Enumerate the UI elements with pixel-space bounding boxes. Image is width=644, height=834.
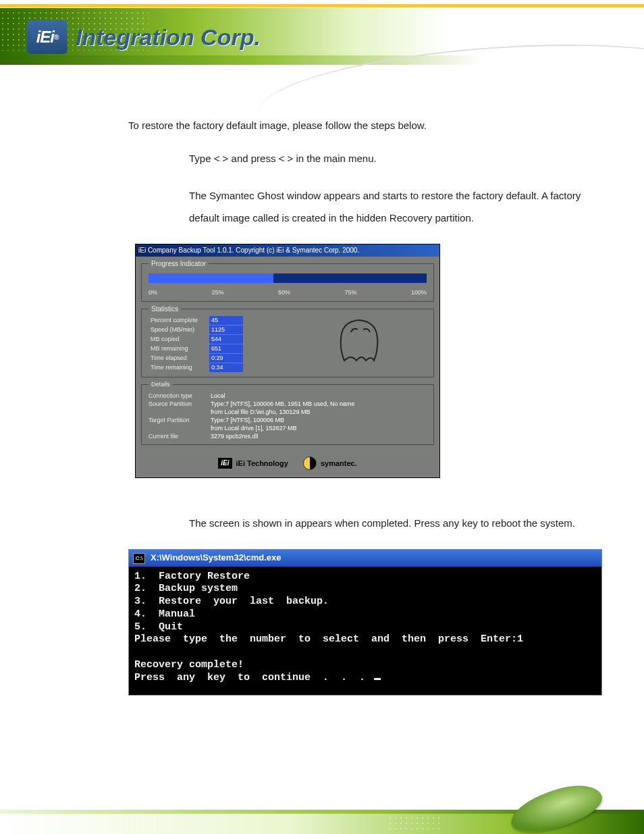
stat-value: 0:34: [209, 363, 243, 372]
tick: 0%: [149, 288, 157, 297]
logo-text: Integration Corp.: [76, 24, 261, 51]
details-panel: Details Connection typeLocal Source Part…: [141, 384, 434, 446]
tick: 75%: [344, 288, 356, 297]
progress-panel: Progress Indicator 0% 25% 50% 75% 100%: [141, 263, 434, 302]
stats-label: Statistics: [149, 305, 181, 314]
detail-label: Current file: [149, 432, 205, 440]
stat-value: 1125: [209, 325, 243, 334]
iei-mark-icon: iEi: [218, 458, 232, 469]
detail-value: Type:7 [NTFS], 100006 MB: [211, 416, 284, 424]
stat-value: 651: [209, 344, 243, 353]
detail-value: Type:7 [NTFS], 100006 MB, 1951 MB used, …: [211, 400, 355, 408]
tick: 25%: [211, 288, 223, 297]
ghost-window: iEi Company Backup Tool 1.0.1. Copyright…: [135, 244, 440, 478]
ghost-icon: [332, 313, 386, 367]
detail-value: from Local drive [1], 152627 MB: [211, 424, 297, 432]
logo-badge: iEi®: [27, 20, 68, 54]
progress-ticks: 0% 25% 50% 75% 100%: [149, 288, 427, 297]
step-2: The Symantec Ghost window appears and st…: [189, 184, 601, 229]
symantec-brand: symantec.: [303, 457, 357, 470]
logo-mark: iEi: [36, 28, 54, 47]
ghost-footer: iEi iEi Technology symantec.: [141, 452, 434, 473]
symantec-icon: [303, 457, 317, 470]
progress-fill: [149, 273, 273, 283]
stat-label: Time elapsed: [149, 354, 209, 363]
stat-label: Time remaining: [149, 363, 209, 372]
detail-label: [149, 424, 205, 432]
cmd-titlebar: C:\ X:\Windows\System32\cmd.exe: [129, 550, 601, 566]
tick: 50%: [278, 288, 290, 297]
detail-value: from Local file D:\iei.gho, 130129 MB: [211, 408, 311, 416]
stat-label: MB copied: [149, 335, 209, 344]
stat-label: Percent complete: [149, 316, 209, 325]
detail-label: Connection type: [149, 392, 205, 400]
stat-value: 0:29: [209, 354, 243, 363]
stat-label: MB remaining: [149, 344, 209, 353]
footer-dots: [387, 815, 441, 833]
header-accent: [0, 4, 644, 7]
progress-bar: [149, 273, 427, 283]
details-label: Details: [149, 380, 173, 389]
stat-value: 45: [209, 316, 243, 325]
footer-dots: [0, 815, 176, 833]
intro-text: To restore the factory default image, pl…: [128, 118, 601, 132]
cmd-text: 1. Factory Restore 2. Backup system 3. R…: [134, 571, 523, 683]
stat-label: Speed (MB/min): [149, 325, 209, 334]
cmd-icon: C:\: [133, 553, 145, 564]
cmd-window: C:\ X:\Windows\System32\cmd.exe 1. Facto…: [128, 549, 602, 696]
iei-brand-text: iEi Technology: [236, 459, 288, 469]
brand-logo: iEi® Integration Corp.: [27, 20, 261, 54]
detail-label: Target Partition: [149, 416, 205, 424]
document-body: To restore the factory default image, pl…: [128, 118, 601, 696]
step-3: The screen is shown in appears when comp…: [189, 512, 601, 534]
iei-brand: iEi iEi Technology: [218, 458, 288, 469]
detail-value: Local: [211, 392, 225, 400]
cmd-output: 1. Factory Restore 2. Backup system 3. R…: [129, 567, 601, 696]
stat-value: 544: [209, 335, 243, 344]
cmd-title-text: X:\Windows\System32\cmd.exe: [151, 552, 281, 564]
symantec-text: symantec.: [321, 459, 357, 469]
stats-panel: Statistics Percent complete Speed (MB/mi…: [141, 309, 434, 377]
cursor-icon: [374, 678, 381, 680]
page-header: iEi® Integration Corp.: [0, 0, 644, 95]
detail-label: [149, 408, 205, 416]
progress-label: Progress Indicator: [149, 259, 209, 269]
registered-mark: ®: [54, 34, 58, 41]
ghost-titlebar: iEi Company Backup Tool 1.0.1. Copyright…: [136, 244, 439, 257]
detail-label: Source Partition: [149, 400, 205, 408]
step-1: Type < > and press < > in the main menu.: [189, 147, 601, 170]
page-footer: [0, 793, 644, 834]
detail-value: 3279 spcb2res.dll: [211, 432, 259, 440]
tick: 100%: [411, 288, 427, 297]
